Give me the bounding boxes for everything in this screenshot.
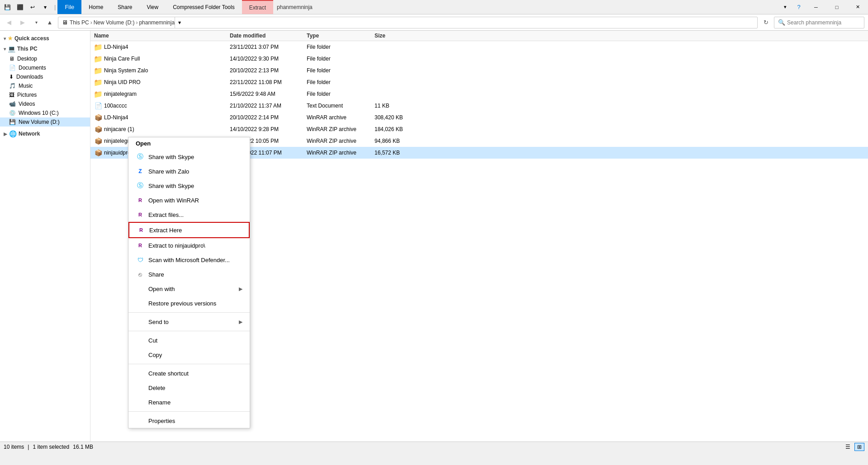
context-menu-separator	[128, 312, 250, 313]
title-bar: 💾 ⬛ ↩ ▾ | File Home Share View Compresse…	[0, 0, 868, 14]
context-menu-item[interactable]: RExtract Here	[128, 222, 250, 238]
sidebar-item-pictures[interactable]: 🖼 Pictures	[0, 90, 90, 99]
context-menu-item[interactable]: ZShare with Zalo	[128, 164, 250, 178]
file-date: 14/10/2022 9:28 PM	[226, 125, 303, 133]
context-menu-item[interactable]: ⓈShare with Skype	[128, 178, 250, 193]
table-row[interactable]: 📁 Ninja Care Full 14/10/2022 9:30 PM Fil…	[90, 53, 868, 65]
file-name-cell: 📁 Ninja Care Full	[90, 54, 226, 64]
selected-info: 1 item selected	[33, 444, 69, 450]
file-size: 11 KB	[371, 102, 416, 110]
ctx-item-icon: Ⓢ	[136, 152, 145, 161]
qa-dropdown[interactable]: ▾	[40, 2, 51, 13]
ctx-item-icon	[136, 336, 145, 345]
context-menu-item[interactable]: ⎋Share	[128, 267, 250, 282]
downloads-icon: ⬇	[9, 74, 14, 80]
sidebar-item-downloads[interactable]: ⬇ Downloads	[0, 72, 90, 81]
tab-view[interactable]: View	[139, 0, 166, 14]
context-menu-item[interactable]: Copy	[128, 348, 250, 362]
table-row[interactable]: 📦 LD-Ninja4 20/10/2022 2:14 PM WinRAR ar…	[90, 112, 868, 123]
folder-icon: 📁	[94, 66, 103, 75]
context-menu-item[interactable]: Send to▶	[128, 315, 250, 329]
ctx-item-label: Delete	[148, 385, 242, 391]
context-menu-item[interactable]: Delete	[128, 380, 250, 395]
file-type: File folder	[303, 90, 371, 98]
breadcrumb[interactable]: 🖥 This PC › New Volume (D:) › phanmemnin…	[58, 17, 758, 28]
sidebar-item-new-volume[interactable]: 💾 New Volume (D:)	[0, 117, 90, 127]
column-name[interactable]: Name	[90, 32, 226, 40]
breadcrumb-volume[interactable]: New Volume (D:)	[94, 19, 135, 26]
sidebar-item-quick-access[interactable]: ▾ ★ Quick access	[0, 33, 90, 43]
sidebar-item-this-pc[interactable]: ▾ 💻 This PC	[0, 43, 90, 54]
ribbon-collapse-btn[interactable]: ▾	[778, 0, 792, 14]
table-row[interactable]: 📁 Ninja System Zalo 20/10/2022 2:13 PM F…	[90, 65, 868, 76]
breadcrumb-dropdown[interactable]: ▾	[175, 17, 184, 28]
search-box[interactable]: 🔍	[774, 17, 864, 28]
sidebar-item-windows-c[interactable]: 💿 Windows 10 (C:)	[0, 108, 90, 117]
file-type: WinRAR archive	[303, 113, 371, 122]
new-volume-icon: 💾	[9, 119, 16, 125]
sidebar-item-network[interactable]: ▶ 🌐 Network	[0, 128, 90, 139]
recent-locations-button[interactable]: ▾	[31, 17, 42, 28]
context-menu-item[interactable]: ⓈShare with Skype	[128, 150, 250, 164]
table-row[interactable]: 📁 LD-Ninja4 23/11/2021 3:07 PM File fold…	[90, 41, 868, 53]
maximize-button[interactable]: □	[826, 0, 847, 14]
context-menu-item[interactable]: Create shortcut	[128, 366, 250, 380]
documents-icon: 📄	[9, 65, 16, 71]
context-menu-item[interactable]: 🛡Scan with Microsoft Defender...	[128, 253, 250, 267]
tab-home[interactable]: Home	[81, 0, 110, 14]
window-title: phanmemninja	[273, 0, 778, 14]
music-label: Music	[19, 83, 33, 89]
file-icon: 📦	[94, 125, 102, 133]
sidebar-item-music[interactable]: 🎵 Music	[0, 81, 90, 90]
file-list-header: Name Date modified Type Size	[90, 31, 868, 41]
sidebar-item-desktop[interactable]: 🖥 Desktop	[0, 54, 90, 63]
tab-file[interactable]: File	[57, 0, 81, 14]
search-input[interactable]	[787, 19, 860, 26]
up-button[interactable]: ▲	[44, 17, 55, 28]
address-bar: ◀ ▶ ▾ ▲ 🖥 This PC › New Volume (D:) › ph…	[0, 14, 868, 31]
context-menu-item[interactable]: Cut	[128, 333, 250, 348]
context-menu-item[interactable]: Rename	[128, 395, 250, 409]
breadcrumb-folder[interactable]: phanmemninja	[139, 19, 175, 26]
forward-button[interactable]: ▶	[17, 17, 28, 28]
ctx-item-icon: Z	[136, 167, 145, 176]
large-icons-view-button[interactable]: ⊞	[854, 443, 864, 451]
context-menu-item[interactable]: RExtract to ninjauidpro\	[128, 238, 250, 253]
column-size[interactable]: Size	[371, 32, 416, 40]
ctx-item-icon: R	[136, 241, 145, 250]
file-type: Text Document	[303, 102, 371, 110]
tab-compressed[interactable]: Compressed Folder Tools	[166, 0, 242, 14]
table-row[interactable]: 📦 ninjacare (1) 14/10/2022 9:28 PM WinRA…	[90, 123, 868, 135]
file-name: Ninja Care Full	[104, 56, 140, 62]
sidebar-item-videos[interactable]: 📹 Videos	[0, 99, 90, 108]
context-menu-item[interactable]: ROpen with WinRAR	[128, 193, 250, 207]
column-type[interactable]: Type	[303, 32, 371, 40]
context-menu-item[interactable]: Properties	[128, 413, 250, 428]
properties-btn[interactable]: ⬛	[14, 2, 25, 13]
ctx-item-label: Share with Skype	[148, 154, 242, 160]
file-name-cell: 📄 100acccc	[90, 101, 226, 111]
refresh-button[interactable]: ↻	[760, 17, 771, 28]
context-menu-open[interactable]: Open	[128, 137, 250, 150]
table-row[interactable]: 📁 ninjatelegram 15/6/2022 9:48 AM File f…	[90, 88, 868, 100]
videos-icon: 📹	[9, 101, 16, 107]
ctx-item-icon: R	[137, 225, 146, 235]
table-row[interactable]: 📁 Ninja UID PRO 22/11/2022 11:08 PM File…	[90, 76, 868, 88]
minimize-button[interactable]: ─	[806, 0, 826, 14]
context-menu-item[interactable]: Open with▶	[128, 282, 250, 296]
file-size	[371, 81, 416, 83]
details-view-button[interactable]: ☰	[843, 443, 853, 451]
undo-btn[interactable]: ↩	[27, 2, 38, 13]
back-button[interactable]: ◀	[4, 17, 14, 28]
tab-extract[interactable]: Extract	[242, 0, 273, 14]
tab-share[interactable]: Share	[110, 0, 139, 14]
breadcrumb-this-pc[interactable]: This PC	[70, 19, 89, 26]
context-menu-item[interactable]: RExtract files...	[128, 207, 250, 222]
column-date[interactable]: Date modified	[226, 32, 303, 40]
close-button[interactable]: ✕	[847, 0, 868, 14]
save-btn[interactable]: 💾	[2, 2, 13, 13]
table-row[interactable]: 📄 100acccc 21/10/2022 11:37 AM Text Docu…	[90, 100, 868, 112]
context-menu-item[interactable]: Restore previous versions	[128, 296, 250, 310]
sidebar-item-documents[interactable]: 📄 Documents	[0, 63, 90, 72]
help-btn[interactable]: ?	[792, 0, 806, 14]
